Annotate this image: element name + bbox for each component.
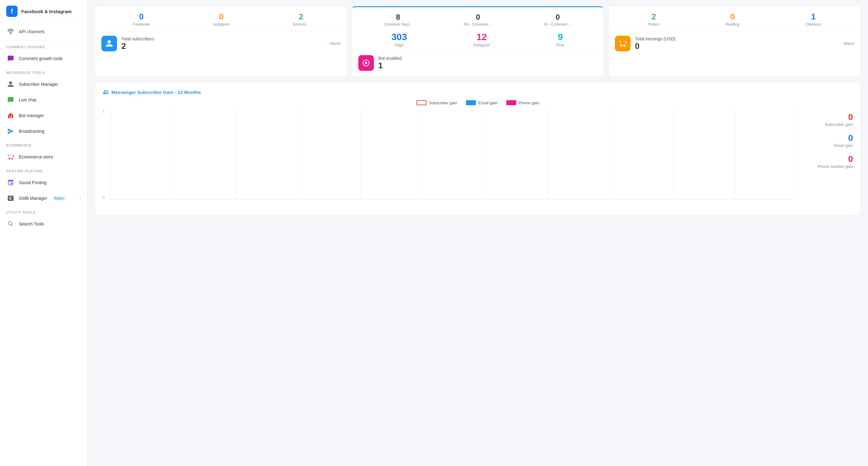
chart-title-text: Messenger Subscriber Gain - 12 Months	[112, 90, 201, 95]
earnings-info: Total earnings (USD) 0	[635, 36, 837, 51]
search-tools-label: Search Tools	[19, 222, 44, 226]
comment-feature-section: COMMENT FEATURE Comment growth tools	[0, 41, 87, 66]
sidebar-item-social-posting[interactable]: Social Posting	[0, 175, 87, 191]
legend-subscriber-label: Subscriber gain	[429, 100, 457, 105]
pending-stat: 0 Pending	[725, 12, 739, 27]
broadcasting-label: Broadcasting	[19, 129, 44, 134]
facebook-label: Facebook	[133, 22, 150, 27]
live-chat-icon	[6, 95, 15, 104]
messenger-tools-section: MESSENGER TOOLS Subscriber Manager Live …	[0, 66, 87, 139]
social-posting-icon	[6, 178, 15, 187]
sidebar-item-bot-manager[interactable]: Bot manager	[0, 108, 87, 123]
legend-email: Email gain	[466, 100, 498, 105]
checkout-stat: 1 Checkout	[805, 12, 822, 27]
svg-rect-1	[8, 114, 13, 118]
social-posting-label: Social Posting	[19, 180, 46, 185]
chart-title: Messenger Subscriber Gain - 12 Months	[103, 89, 853, 95]
subscriber-manager-icon	[6, 80, 15, 89]
svg-point-4	[11, 116, 12, 117]
earnings-nav[interactable]: ‹ March	[841, 41, 854, 46]
stats-row: 0 Facebook 0 Instagram 2 Ecomm... Total …	[95, 6, 861, 77]
bot-manager-icon	[6, 111, 15, 120]
sidebar-api-item[interactable]: API channels	[0, 23, 87, 41]
sidebar: f Facebook & Instagram API channels COMM…	[0, 0, 88, 466]
earnings-card: 2 Orders 0 Pending 1 Checkout Total earn…	[609, 6, 861, 77]
section-label-messenger: MESSENGER TOOLS	[0, 66, 87, 77]
comment-repl-stat: 8 Comment Repl...	[384, 13, 412, 27]
prev-month-arrow[interactable]: ‹	[328, 41, 329, 46]
instagram-stat: 0 Instagram	[213, 12, 230, 27]
api-channels-label: API channels	[19, 29, 45, 34]
gmb-manager-label: GMB Manager	[19, 196, 47, 201]
sidebar-logo[interactable]: f Facebook & Instagram	[0, 0, 87, 23]
sidebar-item-search-tools[interactable]: Search Tools	[0, 216, 87, 232]
sidebar-item-live-chat[interactable]: Live chat	[0, 92, 87, 108]
chart-col-1	[173, 109, 236, 200]
earnings-top: 2 Orders 0 Pending 1 Checkout	[615, 12, 854, 27]
sidebar-item-subscriber-manager[interactable]: Subscriber Manager	[0, 77, 87, 92]
chart-col-6	[486, 109, 548, 200]
ecommerce-store-label: Ecommerce store	[19, 154, 53, 159]
ig-comment-stat: 0 IG - Comment ...	[544, 13, 572, 27]
svg-rect-5	[9, 117, 11, 118]
bot-info: Bot enabled 1	[378, 56, 598, 70]
section-label-ecommerce: ECOMMERCE	[0, 139, 87, 149]
ig-label: Instagram	[473, 43, 490, 47]
ig-value: 12	[473, 32, 490, 42]
earnings-bottom: Total earnings (USD) 0 ‹ March	[615, 32, 854, 51]
fb-comment-value: 0	[464, 13, 492, 22]
flow-label: Flow	[556, 43, 564, 47]
gmb-arrow-icon: ›	[80, 196, 81, 201]
email-gain-value: 0	[803, 133, 853, 143]
facebook-stat: 0 Facebook	[133, 12, 150, 27]
chart-container: 1 0 0	[103, 109, 853, 209]
legend-email-box	[466, 100, 476, 105]
chart-legend: Subscriber gain Email gain Phone gain	[103, 100, 853, 105]
pending-value: 0	[725, 12, 739, 22]
bot-middle-stats: 303 Page 12 Instagram 9 Flow	[358, 32, 598, 51]
utility-tools-section: UTILITY TOOLS Search Tools	[0, 206, 87, 232]
checkout-label: Checkout	[805, 22, 822, 27]
prev-earnings-arrow[interactable]: ‹	[841, 41, 842, 46]
total-subscribers-number: 2	[121, 41, 323, 51]
posting-feature-section: POSTING FEATURE Social Posting GMB Manag…	[0, 165, 87, 206]
orders-stat: 2 Orders	[648, 12, 660, 27]
sidebar-item-ecommerce-store[interactable]: Ecommerce store	[0, 149, 87, 165]
chart-col-4	[361, 109, 423, 200]
svg-point-11	[365, 62, 367, 64]
legend-subscriber-box	[416, 100, 427, 105]
page-stat: 303 Page	[392, 32, 407, 47]
chart-col-9	[673, 109, 736, 200]
earnings-month-label: March	[844, 41, 854, 46]
bot-manager-label: Bot manager	[19, 113, 44, 118]
bot-bottom: Bot enabled 1	[358, 55, 598, 71]
legend-subscriber: Subscriber gain	[416, 100, 457, 105]
legend-email-label: Email gain	[478, 100, 498, 105]
wifi-icon	[6, 27, 15, 36]
subscriber-card-icon	[101, 36, 117, 51]
ig-comment-label: IG - Comment ...	[544, 22, 572, 27]
page-label: Page	[392, 43, 407, 47]
chart-section: Messenger Subscriber Gain - 12 Months Su…	[95, 83, 861, 215]
fb-comment-label: FB - Comment ...	[464, 22, 492, 27]
sidebar-logo-text: Facebook & Instagram	[21, 9, 72, 14]
svg-rect-7	[9, 197, 12, 197]
chart-col-5	[423, 109, 486, 200]
live-chat-label: Live chat	[19, 97, 36, 103]
comment-repl-value: 8	[384, 13, 412, 22]
phone-gain-stat: 0 Phone number gain	[803, 154, 853, 169]
subscriber-info: Total subscribers 2	[121, 36, 323, 51]
chart-area: 1 0	[103, 109, 798, 209]
subscriber-gain-label: Subscriber gain	[803, 122, 853, 127]
chart-y-labels: 1 0	[103, 109, 109, 200]
sidebar-item-broadcasting[interactable]: Broadcasting	[0, 123, 87, 139]
search-tools-icon	[6, 220, 15, 228]
svg-point-0	[10, 33, 11, 34]
sidebar-item-comment-growth[interactable]: Comment growth tools	[0, 51, 87, 66]
sidebar-item-gmb-manager[interactable]: GMB Manager Addon ›	[0, 191, 87, 206]
subscribers-bottom: Total subscribers 2 ‹ March	[101, 32, 341, 51]
instagram-value: 0	[213, 12, 230, 22]
instagram-label: Instagram	[213, 22, 230, 27]
legend-phone: Phone gain	[506, 100, 539, 105]
subscribers-nav[interactable]: ‹ March	[328, 41, 341, 46]
